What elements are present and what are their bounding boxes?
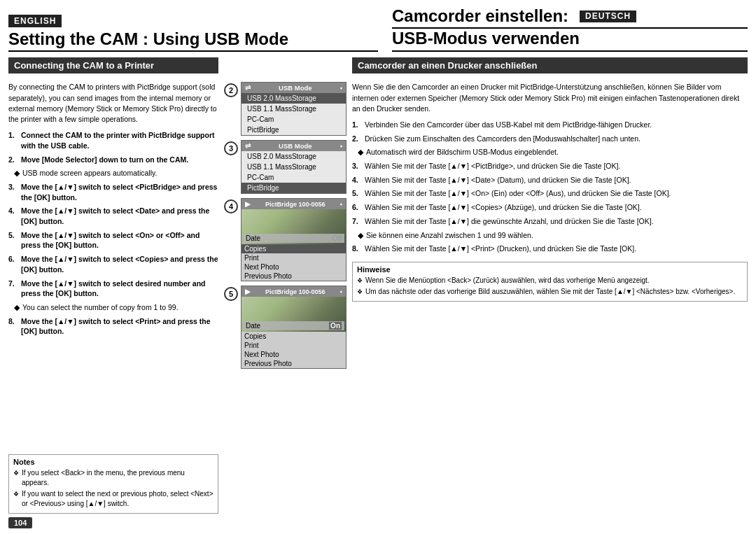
step-6: 6. Move the [▲/▼] switch to select <Copi… [8, 254, 218, 274]
right-step-3: 3. Wählen Sie mit der Taste [▲/▼] <PictB… [352, 161, 748, 171]
hinweise-item-2: Um das nächste oder das vorherige Bild a… [357, 287, 743, 297]
page-number-row: 104 [8, 517, 218, 528]
screen-5-battery: ▪ [340, 288, 342, 295]
page-number: 104 [8, 517, 32, 528]
screen-2-body: USB 2.0 MassStorage USB 1.1 MassStorage … [241, 93, 346, 135]
right-step-1: 1. Verbinden Sie den Camcorder über das … [352, 120, 748, 130]
content-area: By connecting the CAM to printers with P… [8, 82, 748, 528]
step-1: 1. Connect the CAM to the printer with P… [8, 130, 218, 150]
right-step-2-bullet: ◆ Automatisch wird der Bildschirm USB-Mo… [358, 147, 748, 157]
screen-3-title: USB Mode [279, 142, 312, 150]
screen-5: ▶ PictBridge 100-0056 ▪ Date On [241, 286, 346, 369]
step-5: 5. Move the [▲/▼] switch to select <On> … [8, 230, 218, 251]
right-step-7: 7. Wählen Sie mit der Taste [▲/▼] die ge… [352, 216, 748, 227]
screen-4-print-row: Print [241, 253, 346, 262]
notes-title: Notes [13, 458, 214, 466]
screen-4-date-value: Off [332, 234, 342, 242]
screen-4-title: PictBridge 100-0056 [265, 201, 326, 208]
screen-4-battery: ▪ [340, 200, 342, 208]
right-steps-list: 1. Verbinden Sie den Camcorder über das … [352, 120, 748, 258]
screen-2-title: USB Mode [279, 84, 312, 92]
lang-badge-deutsch: DEUTSCH [580, 10, 636, 22]
title-right-line2: USB-Modus verwenden [392, 29, 748, 52]
screen-4-prev-row: Previous Photo [241, 272, 346, 281]
header-left: ENGLISH Setting the CAM : Using USB Mode [8, 15, 378, 52]
screen-3-item-1: USB 1.1 MassStorage [241, 162, 346, 172]
header-right: Camcorder einstellen: DEUTSCH USB-Modus … [378, 7, 748, 52]
screen-2-item-0: USB 2.0 MassStorage [241, 93, 346, 104]
screen-3-battery-icon: ▪ [340, 142, 342, 150]
screen-2-item-2: PC-Cam [241, 114, 346, 125]
screen-5-title: PictBridge 100-0056 [265, 288, 326, 295]
screen-2-battery-icon: ▪ [340, 84, 342, 92]
step-circle-5: 5 [224, 287, 238, 301]
screen-4-print-label: Print [244, 254, 259, 262]
notes-item-2: If you want to select the next or previo… [13, 489, 214, 509]
lang-badge-english: ENGLISH [8, 15, 62, 27]
screen-5-wrapper: 5 ▶ PictBridge 100-0056 ▪ Date On [224, 286, 346, 369]
step-circle-3: 3 [224, 141, 238, 155]
left-steps-list: 1. Connect the CAM to the printer with P… [8, 130, 218, 340]
step-circle-4: 4 [224, 199, 238, 213]
screen-5-next-row: Next Photo [241, 350, 346, 359]
notes-item-1: If you select <Back> in the menu, the pr… [13, 468, 214, 488]
screen-4-next-label: Next Photo [244, 263, 279, 271]
section-header-left: Connecting the CAM to a Printer [8, 57, 218, 73]
right-step-4: 4. Wählen Sie mit der Taste [▲/▼] <Date>… [352, 175, 748, 185]
screen-4-menu-overlay: Date Off [243, 234, 344, 243]
screen-5-menu-overlay: Date On [243, 321, 344, 330]
middle-column: 2 ⇌ USB Mode ▪ USB 2.0 MassStorage USB 1… [224, 82, 346, 528]
step-7: 7. Move the [▲/▼] switch to select desir… [8, 279, 218, 299]
step-4: 4. Move the [▲/▼] switch to select <Date… [8, 206, 218, 226]
screen-5-copies-row: Copies [241, 332, 346, 341]
screen-4-photo: Date Off [241, 209, 346, 244]
main-title-left: Setting the CAM : Using USB Mode [8, 30, 378, 52]
screen-5-content: Date On Copies Print [241, 297, 346, 368]
screen-5-date-value: On [329, 322, 342, 330]
right-column: Wenn Sie die den Camcorder an einen Druc… [352, 82, 748, 528]
right-intro-text: Wenn Sie die den Camcorder an einen Druc… [352, 82, 748, 114]
section-header-right: Camcorder an einen Drucker anschließen [352, 57, 748, 73]
screen-5-prev-label: Previous Photo [244, 360, 292, 367]
hinweise-title: Hinweise [357, 265, 743, 274]
step-3: 3. Move the [▲/▼] switch to select <Pict… [8, 182, 218, 202]
step-7-bullet: ◆ You can select the number of copy from… [14, 302, 218, 313]
screen-5-date-label: Date [246, 322, 260, 330]
screen-5-icon: ▶ [245, 288, 251, 295]
screen-4-next-row: Next Photo [241, 262, 346, 272]
screen-2-header: ⇌ USB Mode ▪ [241, 83, 346, 93]
right-step-8: 8. Wählen Sie mit der Taste [▲/▼] <Print… [352, 244, 748, 254]
screen-4: ▶ PictBridge 100-0056 ▪ Date Off [241, 198, 346, 281]
right-step-5: 5. Wählen Sie mit der Taste [▲/▼] <On> (… [352, 188, 748, 199]
screen-2-item-3: PictBridge [241, 125, 346, 135]
screen-4-header: ▶ PictBridge 100-0056 ▪ [241, 199, 346, 209]
screen-5-lower-menu: Copies Print Next Photo Previous Photo [241, 332, 346, 368]
screen-4-date-row: Date Off [243, 234, 344, 243]
hinweise-box: Hinweise Wenn Sie die Menüoption <Back> … [352, 262, 748, 302]
screen-5-print-row: Print [241, 341, 346, 350]
screen-4-copies-row: Copies [241, 244, 346, 253]
screen-3-body: USB 2.0 MassStorage USB 1.1 MassStorage … [241, 151, 346, 193]
screen-2-wrapper: 2 ⇌ USB Mode ▪ USB 2.0 MassStorage USB 1… [224, 82, 346, 136]
right-step-2: 2. Drücken Sie zum Einschalten des Camco… [352, 134, 748, 144]
screen-4-lower-menu: Copies Print Next Photo Previous Photo [241, 244, 346, 281]
left-column: By connecting the CAM to printers with P… [8, 82, 218, 528]
screen-5-header: ▶ PictBridge 100-0056 ▪ [241, 286, 346, 297]
screen-4-copies-label: Copies [244, 245, 266, 253]
page: ENGLISH Setting the CAM : Using USB Mode… [0, 0, 756, 534]
screen-3: ⇌ USB Mode ▪ USB 2.0 MassStorage USB 1.1… [241, 140, 346, 194]
main-title-right: Camcorder einstellen: DEUTSCH [392, 7, 748, 29]
screen-5-prev-row: Previous Photo [241, 359, 346, 368]
screen-5-copies-label: Copies [244, 332, 266, 340]
right-step-6: 6. Wählen Sie mit der Taste [▲/▼] <Copie… [352, 202, 748, 213]
step-circle-2: 2 [224, 83, 238, 97]
notes-box: Notes If you select <Back> in the menu, … [8, 454, 218, 514]
screen-2-usb-icon: ⇌ [245, 84, 251, 92]
screen-3-item-0: USB 2.0 MassStorage [241, 151, 346, 162]
section-headers: Connecting the CAM to a Printer Camcorde… [8, 57, 748, 78]
hinweise-item-1: Wenn Sie die Menüoption <Back> (Zurück) … [357, 276, 743, 286]
screen-4-prev-label: Previous Photo [244, 272, 292, 280]
screen-2-item-1: USB 1.1 MassStorage [241, 104, 346, 114]
screen-4-date-label: Date [246, 234, 260, 242]
screen-2: ⇌ USB Mode ▪ USB 2.0 MassStorage USB 1.1… [241, 82, 346, 136]
